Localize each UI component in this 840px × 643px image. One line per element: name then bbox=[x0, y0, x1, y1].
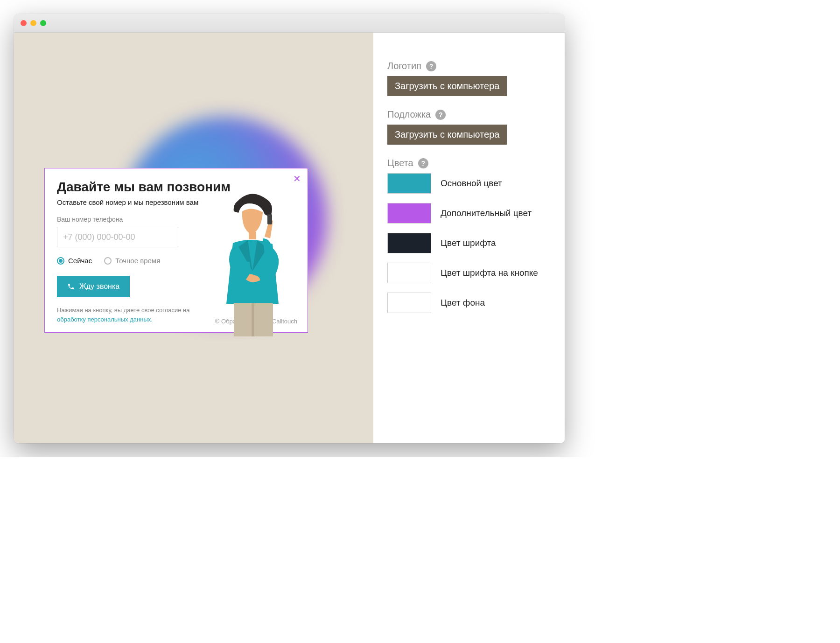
color-label: Дополнительный цвет bbox=[441, 208, 532, 218]
await-call-button[interactable]: Жду звонка bbox=[57, 276, 130, 297]
phone-input[interactable] bbox=[57, 227, 178, 247]
await-call-label: Жду звонка bbox=[79, 282, 119, 291]
color-row: Цвет фона bbox=[387, 293, 551, 313]
phone-icon bbox=[67, 283, 75, 290]
help-icon[interactable]: ? bbox=[426, 61, 436, 71]
color-label: Цвет шрифта на кнопке bbox=[441, 268, 538, 278]
help-icon[interactable]: ? bbox=[435, 110, 446, 120]
background-section: Подложка ? Загрузить с компьютера bbox=[387, 109, 551, 145]
content: ✕ Давайте мы вам позвоним Оставьте свой … bbox=[14, 33, 565, 443]
color-list: Основной цветДополнительный цветЦвет шри… bbox=[387, 173, 551, 313]
color-swatch[interactable] bbox=[387, 173, 431, 194]
svg-rect-0 bbox=[249, 232, 256, 240]
color-swatch[interactable] bbox=[387, 203, 431, 224]
upload-logo-button[interactable]: Загрузить с компьютера bbox=[387, 76, 507, 96]
radio-unselected-icon bbox=[104, 257, 112, 265]
help-icon[interactable]: ? bbox=[418, 158, 428, 168]
colors-label: Цвета bbox=[387, 158, 413, 168]
color-label: Цвет фона bbox=[441, 298, 485, 308]
color-label: Цвет шрифта bbox=[441, 238, 496, 248]
color-swatch[interactable] bbox=[387, 263, 431, 283]
color-row: Цвет шрифта на кнопке bbox=[387, 263, 551, 283]
colors-section: Цвета ? Основной цветДополнительный цвет… bbox=[387, 158, 551, 313]
logo-section: Логотип ? Загрузить с компьютера bbox=[387, 61, 551, 96]
svg-rect-3 bbox=[252, 303, 254, 336]
radio-exact-time[interactable]: Точное время bbox=[104, 257, 160, 265]
consent-prefix: Нажимая на кнопку, вы даете свое согласи… bbox=[57, 307, 189, 314]
settings-panel: Логотип ? Загрузить с компьютера Подложк… bbox=[373, 33, 565, 443]
window-minimize-button[interactable] bbox=[30, 20, 36, 26]
upload-background-button[interactable]: Загрузить с компьютера bbox=[387, 125, 507, 145]
svg-rect-1 bbox=[267, 214, 272, 224]
color-swatch[interactable] bbox=[387, 293, 431, 313]
color-row: Дополнительный цвет bbox=[387, 203, 551, 224]
logo-label: Логотип bbox=[387, 61, 421, 71]
man-illustration bbox=[205, 192, 298, 336]
radio-now-label: Сейчас bbox=[68, 257, 92, 265]
consent-text: Нажимая на кнопку, вы даете свое согласи… bbox=[57, 306, 211, 324]
window-close-button[interactable] bbox=[21, 20, 27, 26]
window-zoom-button[interactable] bbox=[40, 20, 46, 26]
radio-exact-label: Точное время bbox=[115, 257, 160, 265]
app-window: ✕ Давайте мы вам позвоним Оставьте свой … bbox=[14, 14, 565, 443]
close-icon[interactable]: ✕ bbox=[293, 174, 301, 183]
color-row: Цвет шрифта bbox=[387, 233, 551, 253]
callback-widget: ✕ Давайте мы вам позвоним Оставьте свой … bbox=[44, 168, 308, 333]
radio-now[interactable]: Сейчас bbox=[57, 257, 92, 265]
color-label: Основной цвет bbox=[441, 178, 502, 189]
titlebar bbox=[14, 14, 565, 33]
color-row: Основной цвет bbox=[387, 173, 551, 194]
preview-canvas: ✕ Давайте мы вам позвоним Оставьте свой … bbox=[14, 33, 373, 443]
consent-link[interactable]: обработку персональных данных. bbox=[57, 316, 153, 323]
background-label: Подложка bbox=[387, 109, 431, 120]
radio-selected-icon bbox=[57, 257, 64, 265]
color-swatch[interactable] bbox=[387, 233, 431, 253]
